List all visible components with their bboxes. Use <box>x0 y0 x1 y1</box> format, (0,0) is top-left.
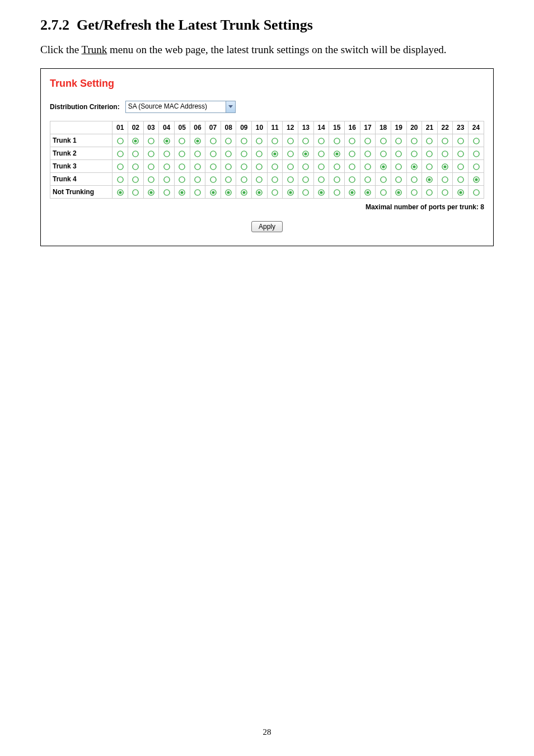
trunk-port-radio[interactable] <box>267 186 283 199</box>
trunk-port-radio[interactable] <box>453 186 469 199</box>
trunk-port-radio[interactable] <box>221 186 236 199</box>
trunk-port-radio[interactable] <box>236 160 252 173</box>
trunk-port-radio[interactable] <box>376 186 391 199</box>
trunk-port-radio[interactable] <box>190 147 205 160</box>
trunk-port-radio[interactable] <box>159 160 175 173</box>
trunk-port-radio[interactable] <box>376 147 391 160</box>
trunk-port-radio[interactable] <box>469 147 484 160</box>
trunk-port-radio[interactable] <box>252 173 268 186</box>
trunk-port-radio[interactable] <box>236 186 252 199</box>
trunk-port-radio[interactable] <box>360 147 376 160</box>
trunk-port-radio[interactable] <box>360 186 376 199</box>
trunk-port-radio[interactable] <box>267 147 283 160</box>
trunk-port-radio[interactable] <box>283 186 298 199</box>
trunk-port-radio[interactable] <box>406 134 422 147</box>
trunk-port-radio[interactable] <box>469 186 484 199</box>
trunk-port-radio[interactable] <box>205 173 221 186</box>
trunk-port-radio[interactable] <box>174 173 190 186</box>
trunk-port-radio[interactable] <box>205 134 221 147</box>
trunk-port-radio[interactable] <box>469 134 484 147</box>
trunk-port-radio[interactable] <box>298 173 314 186</box>
trunk-port-radio[interactable] <box>313 173 329 186</box>
trunk-port-radio[interactable] <box>344 160 360 173</box>
trunk-port-radio[interactable] <box>113 147 128 160</box>
trunk-port-radio[interactable] <box>376 160 391 173</box>
trunk-port-radio[interactable] <box>283 134 298 147</box>
trunk-port-radio[interactable] <box>128 134 144 147</box>
trunk-port-radio[interactable] <box>159 134 175 147</box>
trunk-port-radio[interactable] <box>190 134 205 147</box>
trunk-port-radio[interactable] <box>128 173 144 186</box>
trunk-port-radio[interactable] <box>159 147 175 160</box>
trunk-port-radio[interactable] <box>406 160 422 173</box>
trunk-port-radio[interactable] <box>453 134 469 147</box>
trunk-port-radio[interactable] <box>406 173 422 186</box>
trunk-port-radio[interactable] <box>159 173 175 186</box>
trunk-port-radio[interactable] <box>113 134 128 147</box>
trunk-port-radio[interactable] <box>174 134 190 147</box>
distribution-criterion-select[interactable]: SA (Source MAC Address) <box>125 101 236 113</box>
trunk-port-radio[interactable] <box>298 186 314 199</box>
trunk-port-radio[interactable] <box>236 173 252 186</box>
trunk-port-radio[interactable] <box>344 134 360 147</box>
trunk-port-radio[interactable] <box>329 160 345 173</box>
trunk-port-radio[interactable] <box>174 160 190 173</box>
trunk-port-radio[interactable] <box>252 147 268 160</box>
trunk-port-radio[interactable] <box>113 173 128 186</box>
trunk-port-radio[interactable] <box>252 160 268 173</box>
trunk-port-radio[interactable] <box>313 160 329 173</box>
trunk-port-radio[interactable] <box>143 160 159 173</box>
trunk-port-radio[interactable] <box>267 134 283 147</box>
trunk-port-radio[interactable] <box>190 186 205 199</box>
trunk-port-radio[interactable] <box>437 160 453 173</box>
trunk-port-radio[interactable] <box>329 134 345 147</box>
trunk-port-radio[interactable] <box>437 173 453 186</box>
trunk-port-radio[interactable] <box>376 134 391 147</box>
trunk-port-radio[interactable] <box>236 147 252 160</box>
trunk-port-radio[interactable] <box>113 160 128 173</box>
trunk-port-radio[interactable] <box>298 160 314 173</box>
trunk-port-radio[interactable] <box>267 173 283 186</box>
trunk-port-radio[interactable] <box>252 134 268 147</box>
trunk-port-radio[interactable] <box>391 134 406 147</box>
trunk-port-radio[interactable] <box>391 160 406 173</box>
trunk-port-radio[interactable] <box>329 173 345 186</box>
trunk-port-radio[interactable] <box>221 147 236 160</box>
trunk-port-radio[interactable] <box>128 186 144 199</box>
trunk-port-radio[interactable] <box>469 173 484 186</box>
trunk-port-radio[interactable] <box>190 160 205 173</box>
trunk-port-radio[interactable] <box>143 147 159 160</box>
trunk-port-radio[interactable] <box>174 147 190 160</box>
trunk-port-radio[interactable] <box>360 160 376 173</box>
trunk-port-radio[interactable] <box>422 173 438 186</box>
trunk-port-radio[interactable] <box>221 160 236 173</box>
trunk-port-radio[interactable] <box>298 147 314 160</box>
trunk-port-radio[interactable] <box>469 160 484 173</box>
trunk-port-radio[interactable] <box>190 173 205 186</box>
trunk-port-radio[interactable] <box>267 160 283 173</box>
trunk-port-radio[interactable] <box>221 134 236 147</box>
trunk-port-radio[interactable] <box>283 147 298 160</box>
trunk-port-radio[interactable] <box>422 134 438 147</box>
apply-button[interactable]: Apply <box>251 221 283 232</box>
trunk-port-radio[interactable] <box>406 186 422 199</box>
trunk-port-radio[interactable] <box>205 186 221 199</box>
trunk-port-radio[interactable] <box>391 186 406 199</box>
trunk-port-radio[interactable] <box>143 186 159 199</box>
trunk-port-radio[interactable] <box>453 173 469 186</box>
trunk-port-radio[interactable] <box>422 186 438 199</box>
trunk-port-radio[interactable] <box>344 186 360 199</box>
trunk-port-radio[interactable] <box>391 173 406 186</box>
trunk-port-radio[interactable] <box>128 147 144 160</box>
trunk-port-radio[interactable] <box>376 173 391 186</box>
trunk-port-radio[interactable] <box>113 186 128 199</box>
trunk-port-radio[interactable] <box>360 134 376 147</box>
trunk-port-radio[interactable] <box>422 160 438 173</box>
trunk-port-radio[interactable] <box>143 134 159 147</box>
trunk-port-radio[interactable] <box>344 147 360 160</box>
trunk-port-radio[interactable] <box>236 134 252 147</box>
trunk-port-radio[interactable] <box>360 173 376 186</box>
trunk-port-radio[interactable] <box>453 147 469 160</box>
trunk-port-radio[interactable] <box>283 173 298 186</box>
trunk-port-radio[interactable] <box>391 147 406 160</box>
